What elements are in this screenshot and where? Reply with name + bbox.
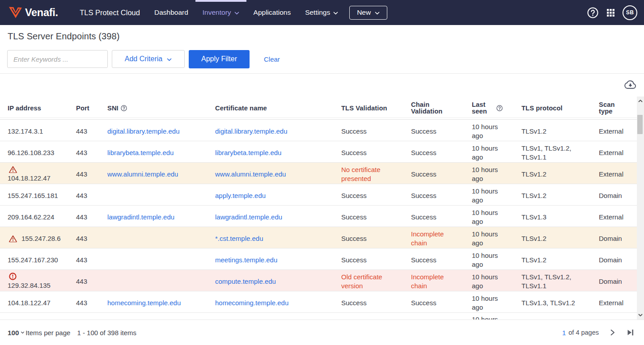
warning-icon — [9, 166, 17, 173]
table-row[interactable]: 96.126.108.233443librarybeta.temple.edul… — [0, 141, 637, 163]
table-row[interactable]: 209.164.62.224443lawgradintl.temple.edul… — [0, 206, 637, 227]
column-header-ip[interactable]: IP address — [0, 97, 76, 118]
cell-cert-link[interactable]: *.cst.temple.edu — [215, 234, 263, 243]
chevron-up-icon — [638, 100, 643, 102]
export-button[interactable] — [624, 80, 636, 89]
table-row[interactable]: 104.18.122.47443www.alumni.temple.eduwww… — [0, 163, 637, 184]
cell-chain: Success — [411, 191, 436, 200]
table-row[interactable]: 155.247.28.6443*.cst.temple.eduSuccessIn… — [0, 227, 637, 248]
vertical-scrollbar[interactable] — [637, 97, 644, 320]
topbar-actions: SB — [587, 5, 644, 20]
cell-last: 10 hours ago — [472, 165, 504, 183]
new-button[interactable]: New — [349, 6, 387, 20]
column-header-sni[interactable]: SNI — [107, 97, 215, 118]
page-title: TLS Server Endpoints (398) — [0, 25, 644, 42]
cell-port: 443 — [76, 234, 87, 243]
warning-icon — [9, 235, 17, 242]
cell-proto: TLSv1.2 — [521, 234, 547, 243]
table-row[interactable]: 155.247.167.230443meetings.temple.eduSuc… — [0, 248, 637, 270]
cell-ip: 132.174.3.1 — [8, 127, 43, 136]
cell-tlsval: Success — [341, 148, 367, 157]
cell-cert-link[interactable]: meetings.temple.edu — [215, 256, 277, 265]
cell-sni-link[interactable]: librarybeta.temple.edu — [107, 148, 174, 157]
help-icon[interactable] — [496, 105, 503, 111]
cell-chain: Incomplete chain — [411, 273, 458, 290]
table-row[interactable]: 129.32.84.135443compute.temple.eduOld ce… — [0, 270, 637, 291]
apply-filter-button[interactable]: Apply Filter — [189, 50, 250, 68]
items-per-page-select[interactable]: 100 — [8, 329, 25, 337]
venafi-logo[interactable]: Venafi. — [9, 7, 58, 19]
table-row-partial[interactable]: 10 hours — [0, 313, 637, 320]
last-page-button[interactable] — [627, 329, 634, 336]
cell-chain: Success — [411, 299, 436, 307]
grid-footer: 100 Items per page 1 - 100 of 398 items … — [0, 320, 644, 345]
column-header-scan[interactable]: Scantype — [599, 97, 637, 118]
cell-last: 10 hours ago — [472, 144, 504, 161]
cell-sni-link[interactable]: www.alumni.temple.edu — [107, 170, 178, 179]
add-criteria-button[interactable]: Add Criteria — [112, 50, 185, 68]
filter-bar: Add Criteria Apply Filter Clear — [7, 50, 644, 68]
column-header-proto[interactable]: TLS protocol — [521, 97, 599, 118]
cell-cert-link[interactable]: librarybeta.temple.edu — [215, 148, 281, 157]
cell-ip: 104.18.122.47 — [8, 299, 51, 307]
app-grid-icon — [607, 9, 614, 17]
scroll-down-button[interactable] — [637, 311, 644, 319]
items-per-page-label: Items per page — [25, 329, 70, 337]
cloud-download-icon — [624, 80, 636, 89]
clear-filter-link[interactable]: Clear — [264, 55, 280, 63]
cell-cert-link[interactable]: homecoming.temple.edu — [215, 299, 288, 307]
keywords-input[interactable] — [7, 50, 108, 68]
cell-proto: TLSv1.3, TLSv1.2 — [521, 299, 575, 307]
nav-item-dashboard[interactable]: Dashboard — [147, 0, 195, 25]
column-header-cert[interactable]: Certificate name — [215, 97, 341, 118]
nav-item-inventory[interactable]: Inventory — [195, 0, 246, 25]
cell-cert-link[interactable]: www.alumni.temple.edu — [215, 170, 286, 179]
cell-sni-link[interactable]: homecoming.temple.edu — [107, 299, 181, 307]
nav-item-applications[interactable]: Applications — [246, 0, 298, 25]
cell-port: 443 — [76, 299, 87, 307]
cell-chain: Success — [411, 256, 436, 265]
page-count-label: of 4 pages — [568, 329, 599, 336]
user-avatar[interactable]: SB — [623, 5, 637, 20]
chevron-down-icon — [638, 314, 643, 316]
cell-sni-link[interactable]: digital.library.temple.edu — [107, 127, 179, 136]
cell-tlsval: Success — [341, 127, 367, 136]
scroll-up-button[interactable] — [637, 97, 644, 105]
cell-proto: TLSv1.3 — [521, 213, 547, 222]
help-button[interactable] — [587, 7, 598, 18]
cell-ip: 129.32.84.135 — [8, 281, 51, 290]
table-row[interactable]: 132.174.3.1443digital.library.temple.edu… — [0, 120, 637, 141]
cell-cert-link[interactable]: digital.library.temple.edu — [215, 127, 287, 136]
help-icon[interactable] — [121, 105, 127, 111]
chevron-down-icon — [167, 58, 172, 61]
scrollbar-thumb[interactable] — [637, 115, 643, 134]
main-nav: TLS Protect Cloud Dashboard Inventory Ap… — [72, 0, 387, 25]
cell-chain: Success — [411, 213, 436, 222]
chevron-down-icon — [333, 12, 338, 15]
cell-ip: 209.164.62.224 — [8, 213, 54, 222]
column-header-chain[interactable]: ChainValidation — [411, 97, 472, 118]
next-page-button[interactable] — [610, 329, 615, 336]
column-header-tls[interactable]: TLS Validation — [341, 97, 411, 118]
nav-item-tls-protect-cloud[interactable]: TLS Protect Cloud — [72, 0, 147, 25]
table-row[interactable]: 155.247.165.181443apply.temple.eduSucces… — [0, 184, 637, 206]
cell-cert-link[interactable]: lawgradintl.temple.edu — [215, 213, 282, 222]
skip-to-last-page-icon — [627, 329, 634, 336]
cell-scan: Domain — [599, 191, 622, 200]
table-row[interactable]: 104.18.122.47443homecoming.temple.eduhom… — [0, 291, 637, 313]
app-launcher-button[interactable] — [607, 9, 614, 17]
cell-tlsval: Success — [341, 256, 367, 265]
cell-last-seen: 10 hours — [472, 315, 498, 320]
chevron-down-icon — [375, 12, 380, 15]
column-header-port[interactable]: Port — [76, 97, 107, 118]
cell-cert-link[interactable]: apply.temple.edu — [215, 191, 266, 200]
cell-sni-link[interactable]: lawgradintl.temple.edu — [107, 213, 174, 222]
cell-proto: TLSv1, TLSv1.2, TLSv1.1 — [521, 273, 585, 290]
column-header-last[interactable]: Lastseen — [472, 97, 521, 118]
main-content: TLS Server Endpoints (398) Add Criteria … — [0, 25, 644, 345]
cell-chain: Incomplete chain — [411, 230, 458, 247]
cell-cert-link[interactable]: compute.temple.edu — [215, 277, 276, 286]
current-page-number: 1 — [562, 329, 566, 337]
nav-item-settings[interactable]: Settings — [298, 0, 345, 25]
error-icon — [9, 273, 17, 280]
